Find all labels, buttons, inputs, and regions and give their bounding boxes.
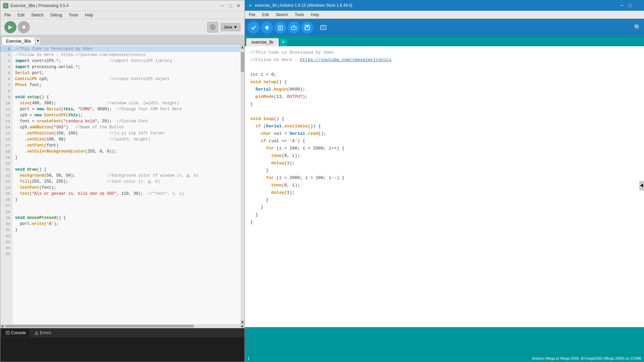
arduino-title: exercise_3b | Arduino 1.8.15 (Windows St… <box>255 3 353 8</box>
run-button[interactable]: ▶ <box>4 21 16 33</box>
arduino-maximize-button[interactable]: □ <box>627 2 633 9</box>
line-num-10: 10 <box>0 100 12 106</box>
arduino-line-for1: for (i = 100; i < 2000; i++) { <box>250 145 639 152</box>
line-num-4: 4 <box>0 64 12 70</box>
vertical-scrollbar[interactable]: ▲ ▼ <box>240 45 245 324</box>
line-num-33: 33 <box>0 239 12 245</box>
horizontal-scrollbar[interactable]: ◀ ▶ <box>0 324 245 328</box>
console-content[interactable] <box>0 338 245 362</box>
code-line-26: } <box>12 197 240 203</box>
code-line-25: text("Als er gevaar is, klik dan op SOS"… <box>12 191 240 197</box>
line-num-14: 14 <box>0 124 12 130</box>
code-line-27 <box>12 203 240 209</box>
arduino-line-delay2: delay(1); <box>250 189 639 196</box>
open-sketch-button[interactable] <box>288 21 300 34</box>
arduino-tab-label: exercise_3b <box>252 40 273 45</box>
java-selector[interactable]: Java ▼ <box>221 23 240 31</box>
stop-button[interactable]: ■ <box>18 21 30 33</box>
errors-tab[interactable]: Errors <box>31 329 55 337</box>
menu-tools[interactable]: Tools <box>66 12 81 18</box>
arduino-menu-help[interactable]: Help <box>308 12 322 18</box>
line-num-27: 27 <box>0 203 12 209</box>
console-tab-label: Console <box>11 330 26 335</box>
close-button[interactable]: ✕ <box>235 2 242 9</box>
verify-button[interactable] <box>248 21 260 34</box>
scroll-thumb-h[interactable] <box>5 325 194 327</box>
code-line-6: ControlP5 cp5; //create ControlP5 object <box>12 76 240 82</box>
collapse-panel-button[interactable]: ◄ <box>639 181 644 190</box>
arduino-code-area[interactable]: //This Code is Developed by Sdev //Follo… <box>245 46 644 327</box>
code-line-4: import processing.serial.*; <box>12 64 240 70</box>
code-content[interactable]: //This Code is Developed by Sdev //Follo… <box>12 45 240 324</box>
scroll-up-arrow[interactable]: ▲ <box>240 45 245 49</box>
code-line-10: size(480, 360); //window size, (width, h… <box>12 100 240 106</box>
code-line-23: fill(255, 255, 255); //text color (r, g,… <box>12 179 240 185</box>
arduino-tab-bar: exercise_3b ▼ <box>245 36 644 46</box>
menu-edit[interactable]: Edit <box>15 12 27 18</box>
arduino-board-status: Arduino Mega or Mega 2560, ATmega2560 (M… <box>532 356 641 360</box>
arduino-menu-sketch[interactable]: Sketch <box>273 12 291 18</box>
line-num-23: 23 <box>0 179 12 185</box>
toolbar-right: Java ▼ <box>207 22 240 33</box>
code-line-21: void draw() { <box>12 167 240 173</box>
code-line-31: } <box>12 227 240 233</box>
exercise-3ba-tab[interactable]: Exercise_3Ba <box>2 37 35 45</box>
toolbar-left: ▶ ■ <box>4 21 30 33</box>
line-num-11: 11 <box>0 106 12 112</box>
line-num-31: 31 <box>0 227 12 233</box>
arduino-search-button[interactable]: 🔍 <box>634 24 641 31</box>
arduino-minimize-button[interactable]: ─ <box>619 2 625 9</box>
exercise-3b-tab[interactable]: exercise_3b <box>246 38 279 46</box>
line-num-24: 24 <box>0 185 12 191</box>
arduino-line-serial-begin: Serial.begin(9600); <box>250 86 639 93</box>
code-line-28 <box>12 209 240 215</box>
line-numbers: 1 2 3 4 5 6 7 8 9 10 11 12 13 14 15 16 1… <box>0 45 12 324</box>
processing-title: Exercise_3Ba | Processing 3.5.4 <box>10 3 68 8</box>
new-sketch-button[interactable] <box>274 21 286 34</box>
minimize-button[interactable]: ─ <box>219 2 226 9</box>
line-num-30: 30 <box>0 221 12 227</box>
serial-monitor-button[interactable] <box>317 21 329 34</box>
scroll-down-arrow[interactable]: ▼ <box>240 320 245 324</box>
arduino-code-content[interactable]: //This Code is Developed by Sdev //Follo… <box>245 46 644 327</box>
save-sketch-button[interactable] <box>301 21 313 34</box>
maximize-button[interactable]: □ <box>227 2 234 9</box>
menu-sketch[interactable]: Sketch <box>29 12 46 18</box>
arduino-line-setup: void setup() { <box>250 78 639 86</box>
java-label: Java <box>224 25 232 29</box>
arduino-line-pinmode: pinMode(13, OUTPUT); <box>250 93 639 101</box>
scroll-right-arrow[interactable]: ▶ <box>240 324 245 328</box>
svg-rect-21 <box>321 25 326 29</box>
svg-rect-13 <box>266 28 268 30</box>
menu-help[interactable]: Help <box>82 12 96 18</box>
arduino-menu-file[interactable]: File <box>246 12 258 18</box>
svg-rect-19 <box>306 25 308 27</box>
arduino-status-bar: 1 Arduino Mega or Mega 2560, ATmega2560 … <box>245 354 644 362</box>
line-num-9: 9 <box>0 94 12 100</box>
arduino-menu-tools[interactable]: Tools <box>292 12 307 18</box>
svg-text:A: A <box>249 4 251 7</box>
console-tab[interactable]: Console <box>2 329 30 337</box>
menu-debug[interactable]: Debug <box>48 12 65 18</box>
line-num-15: 15 <box>0 130 12 136</box>
errors-tab-label: Errors <box>40 330 51 335</box>
line-num-19: 19 <box>0 155 12 161</box>
arduino-line-number: 1 <box>248 356 250 360</box>
arduino-tab-dropdown[interactable]: ▼ <box>280 38 287 46</box>
tab-dropdown-arrow[interactable]: ▼ <box>35 37 41 45</box>
code-line-2: //Follow Us Here : https://youtube.com/s… <box>12 52 240 58</box>
code-line-16: .setSize(180, 60) //(width, height) <box>12 136 240 142</box>
arduino-menu-edit[interactable]: Edit <box>259 12 272 18</box>
code-line-7: PFont font; <box>12 82 240 88</box>
debug-button[interactable] <box>207 22 218 33</box>
scroll-thumb[interactable] <box>241 52 244 72</box>
menu-file[interactable]: File <box>2 12 13 18</box>
scroll-left-arrow[interactable]: ◀ <box>0 324 4 328</box>
upload-button[interactable] <box>261 21 273 34</box>
processing-window: P Exercise_3Ba | Processing 3.5.4 ─ □ ✕ … <box>0 0 245 362</box>
line-num-3: 3 <box>0 58 12 64</box>
arduino-line-close-if-serial: } <box>250 211 639 219</box>
code-line-20 <box>12 161 240 167</box>
arduino-line-blank2 <box>250 108 639 115</box>
arduino-close-button[interactable]: ✕ <box>635 2 641 9</box>
